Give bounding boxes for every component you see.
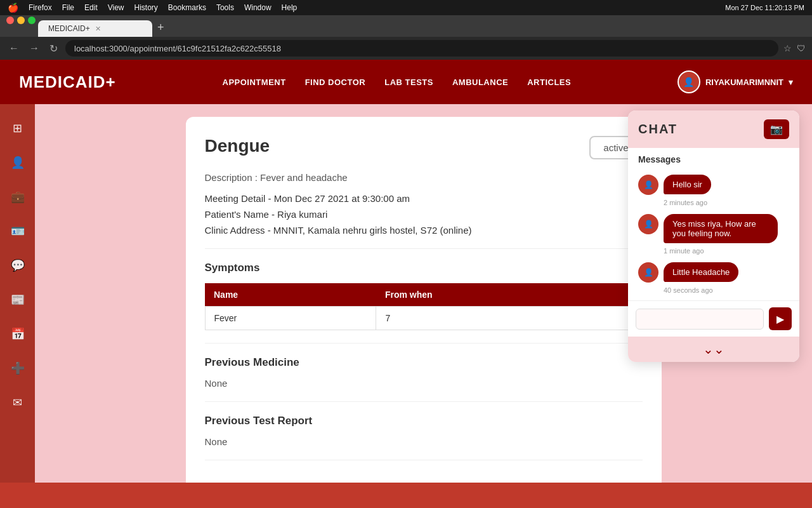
- apple-icon: 🍎: [8, 3, 18, 13]
- mac-datetime: Mon 27 Dec 11:20:13 PM: [725, 4, 804, 11]
- message-time-3: 40 seconds ago: [638, 286, 789, 294]
- col-name: Name: [205, 283, 376, 307]
- menu-window[interactable]: Window: [244, 3, 272, 12]
- chat-panel: CHAT 📷 Messages 👤 Hello sir 2 minutes ag…: [628, 110, 799, 362]
- menu-history[interactable]: History: [134, 3, 158, 12]
- video-call-button[interactable]: 📷: [764, 119, 789, 139]
- nav-lab-tests[interactable]: LAB TESTS: [384, 77, 433, 87]
- meeting-detail: Meeting Detail - Mon Dec 27 2021 at 9:30…: [205, 193, 643, 204]
- send-button[interactable]: ▶: [769, 307, 792, 330]
- chat-messages: 👤 Hello sir 2 minutes ago 👤 Yes miss riy…: [628, 168, 799, 300]
- tab-title: MEDICAID+: [48, 24, 90, 33]
- message-row-1: 👤 Hello sir: [638, 175, 789, 195]
- message-group-2: 👤 Yes miss riya, How are you feeling now…: [638, 214, 789, 255]
- sidebar-icon-grid[interactable]: ⊞: [6, 117, 29, 140]
- message-time-1: 2 minutes ago: [638, 199, 789, 206]
- mac-os-bar: 🍎 Firefox File Edit View History Bookmar…: [0, 0, 812, 15]
- url-input[interactable]: [65, 40, 778, 57]
- nav-articles[interactable]: ARTICLES: [527, 77, 571, 87]
- bookmark-icon[interactable]: ☆: [783, 43, 792, 53]
- sidebar-icon-person[interactable]: 👤: [6, 151, 29, 174]
- window-minimize-dot[interactable]: [17, 17, 25, 24]
- patient-name: Patient's Name - Riya kumari: [205, 209, 643, 220]
- description: Description : Fever and headache: [205, 172, 643, 183]
- menu-tools[interactable]: Tools: [216, 3, 234, 12]
- browser-tab-active[interactable]: MEDICAID+ ✕: [38, 20, 152, 37]
- appointment-card: Dengue active Description : Fever and he…: [186, 117, 662, 483]
- message-avatar-2: 👤: [638, 214, 658, 234]
- window-maximize-dot[interactable]: [28, 17, 36, 24]
- prev-medicine-heading: Previous Medicine: [205, 356, 643, 369]
- main-area: ⊞ 👤 💼 🪪 💬 📰 📅 ➕ ✉ Dengue active Descript…: [0, 104, 812, 483]
- app-header: MEDICAID+ APPOINTMENT FIND DOCTOR LAB TE…: [0, 60, 812, 104]
- messages-label: Messages: [628, 148, 799, 168]
- username: RIYAKUMARIMNNIT: [705, 77, 783, 87]
- tab-close-btn[interactable]: ✕: [95, 25, 101, 33]
- shield-icon: 🛡: [797, 43, 806, 53]
- message-row-3: 👤 Little Headache: [638, 262, 789, 283]
- divider-4: [205, 460, 643, 460]
- symptom-from-when: 7: [376, 307, 642, 330]
- disease-title: Dengue: [205, 136, 270, 156]
- sidebar-icon-cross[interactable]: ➕: [6, 357, 29, 380]
- user-menu[interactable]: 👤 RIYAKUMARIMNNIT ▾: [678, 70, 793, 93]
- user-avatar: 👤: [678, 70, 700, 93]
- symptom-name: Fever: [205, 307, 376, 330]
- message-avatar-1: 👤: [638, 175, 658, 195]
- content-area: Dengue active Description : Fever and he…: [35, 104, 812, 483]
- message-bubble-3: Little Headache: [664, 262, 738, 282]
- sidebar-icon-id-card[interactable]: 🪪: [6, 220, 29, 243]
- menu-view[interactable]: View: [108, 3, 124, 12]
- message-bubble-1: Hello sir: [664, 175, 711, 194]
- chat-input[interactable]: [636, 309, 764, 330]
- menu-firefox[interactable]: Firefox: [29, 3, 52, 12]
- back-button[interactable]: ←: [6, 41, 22, 55]
- chat-footer: ⌄⌄: [628, 337, 799, 362]
- message-avatar-3: 👤: [638, 262, 658, 283]
- prev-test-heading: Previous Test Report: [205, 415, 643, 427]
- table-row: Fever 7: [205, 307, 642, 330]
- message-group-1: 👤 Hello sir 2 minutes ago: [638, 175, 789, 206]
- message-group-3: 👤 Little Headache 40 seconds ago: [638, 262, 789, 294]
- scroll-down-icon[interactable]: ⌄⌄: [703, 342, 724, 357]
- sidebar-icon-briefcase[interactable]: 💼: [6, 185, 29, 208]
- chevron-down-icon: ▾: [789, 77, 793, 87]
- mac-status: Mon 27 Dec 11:20:13 PM: [725, 4, 804, 11]
- chat-title: CHAT: [638, 122, 678, 137]
- nav-links: APPOINTMENT FIND DOCTOR LAB TESTS AMBULA…: [223, 77, 572, 87]
- app-container: MEDICAID+ APPOINTMENT FIND DOCTOR LAB TE…: [0, 60, 812, 483]
- chat-header: CHAT 📷: [628, 110, 799, 148]
- message-bubble-2: Yes miss riya, How are you feeling now.: [664, 214, 778, 243]
- menu-help[interactable]: Help: [282, 3, 298, 12]
- menu-file[interactable]: File: [62, 3, 74, 12]
- symptoms-heading: Symptoms: [205, 262, 643, 274]
- divider-3: [205, 401, 643, 402]
- window-close-dot[interactable]: [6, 17, 14, 24]
- address-bar: ← → ↻ ☆ 🛡: [0, 37, 812, 60]
- mac-menu: 🍎 Firefox File Edit View History Bookmar…: [8, 3, 297, 13]
- sidebar-icon-chat[interactable]: 💬: [6, 254, 29, 277]
- send-icon: ▶: [776, 313, 784, 325]
- clinic-address: Clinic Address - MNNIT, Kamala nehru gir…: [205, 225, 643, 236]
- message-row-2: 👤 Yes miss riya, How are you feeling now…: [638, 214, 789, 243]
- divider-2: [205, 343, 643, 344]
- divider-1: [205, 248, 643, 249]
- sidebar-icon-calendar[interactable]: 📅: [6, 323, 29, 345]
- forward-button[interactable]: →: [27, 41, 42, 55]
- menu-bookmarks[interactable]: Bookmarks: [168, 3, 206, 12]
- prev-medicine-value: None: [205, 378, 643, 389]
- reload-button[interactable]: ↻: [47, 41, 60, 56]
- nav-find-doctor[interactable]: FIND DOCTOR: [305, 77, 366, 87]
- sidebar-icon-envelope[interactable]: ✉: [6, 391, 29, 414]
- menu-edit[interactable]: Edit: [84, 3, 98, 12]
- col-from-when: From when: [376, 283, 642, 307]
- new-tab-button[interactable]: +: [155, 18, 167, 37]
- message-time-2: 1 minute ago: [638, 247, 789, 255]
- sidebar-icon-newspaper[interactable]: 📰: [6, 288, 29, 311]
- sidebar: ⊞ 👤 💼 🪪 💬 📰 📅 ➕ ✉: [0, 104, 35, 483]
- nav-ambulance[interactable]: AMBULANCE: [452, 77, 508, 87]
- browser-tab-bar: MEDICAID+ ✕ +: [0, 15, 812, 37]
- card-header: Dengue active: [205, 136, 643, 159]
- symptoms-table: Name From when Fever 7: [205, 283, 643, 330]
- nav-appointment[interactable]: APPOINTMENT: [223, 77, 286, 87]
